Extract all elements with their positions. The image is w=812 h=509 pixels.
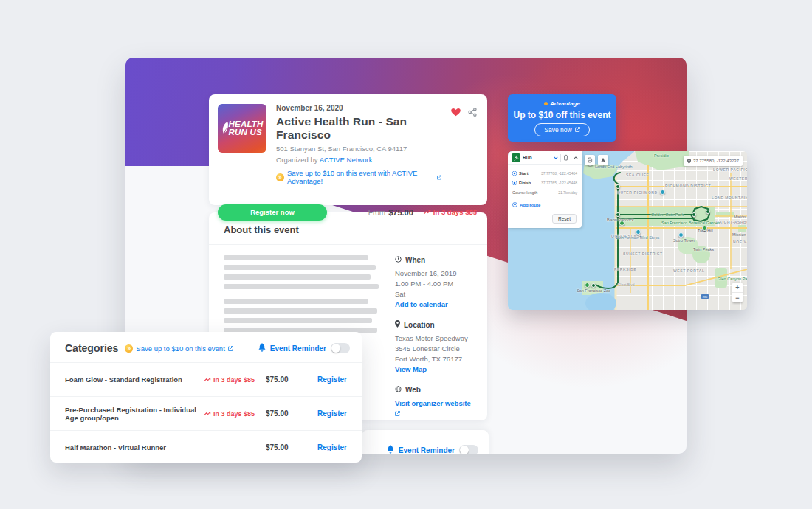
feather-icon: [222, 122, 228, 136]
start-row: Start 37.77768, -122.45404: [512, 168, 577, 178]
promo-headline: Up to $10 off this event: [513, 110, 610, 120]
external-link-icon: [575, 127, 580, 132]
register-link[interactable]: Register: [312, 443, 347, 451]
register-now-button[interactable]: Register now: [218, 204, 327, 221]
categories-card: Categories » Save up to $10 on this even…: [50, 332, 362, 463]
print-map-button[interactable]: [585, 155, 595, 165]
web-section: Web Visit organizer website: [395, 385, 472, 419]
course-length-row: Course length 21.7km/day: [512, 187, 577, 197]
advantage-banner[interactable]: » Save up to $10 on this event with ACTI…: [276, 169, 441, 185]
category-row: Foam Glow - Standard RegistrationIn 3 da…: [50, 363, 362, 396]
event-reminder-label: Event Reminder: [399, 446, 455, 454]
register-link[interactable]: Register: [312, 375, 347, 384]
route-panel: Run Start 37.77768, -122.45404 Finish 37…: [508, 151, 582, 228]
advantage-promo-card: Advantage Up to $10 off this event Save …: [508, 94, 616, 142]
when-section: When November 16, 2019 1:00 PM - 4:00 PM…: [395, 255, 472, 310]
organizer-line: Organized by ACTIVE Network: [276, 156, 441, 164]
add-to-calendar-link[interactable]: Add to calendar: [395, 300, 448, 308]
when-time: 1:00 PM - 4:00 PM: [395, 279, 472, 289]
organizer-website-link[interactable]: Visit organizer website: [395, 399, 471, 418]
category-name: Pre-Purchased Registration - Individual …: [65, 406, 204, 422]
reset-button[interactable]: Reset: [552, 214, 577, 224]
categories-heading: Categories: [65, 342, 118, 354]
location-pin-icon: [395, 320, 400, 330]
finish-row: Finish 37.77765, -122.45448: [512, 178, 577, 187]
price-increase: In 3 days $85: [424, 208, 477, 216]
category-price: $75.00: [266, 409, 312, 418]
coordinates-chip: 37.775580, -122.43237: [684, 156, 743, 166]
view-map-link[interactable]: View Map: [395, 365, 427, 373]
category-name: Foam Glow - Standard Registration: [65, 375, 204, 384]
coin-icon: »: [276, 173, 284, 181]
run-activity-icon: [512, 153, 520, 162]
advantage-brand: Advantage: [544, 100, 580, 107]
location-city: Fort Worth, TX 76177: [395, 354, 472, 364]
pin-icon: [687, 159, 691, 164]
external-link-icon: [437, 175, 441, 180]
price: From $75.00: [368, 208, 413, 217]
location-label: Location: [404, 320, 435, 330]
collapse-panel-icon[interactable]: [574, 156, 578, 160]
external-link-icon: [228, 346, 233, 351]
event-reminder: Event Reminder: [258, 342, 350, 355]
clock-icon: [395, 255, 402, 266]
when-label: When: [405, 255, 425, 266]
add-route-button[interactable]: Add route: [512, 202, 582, 207]
web-label: Web: [405, 385, 421, 395]
globe-icon: [395, 385, 402, 395]
plus-circle-icon: [512, 202, 517, 207]
advantage-link[interactable]: Save up to $10 on this event with ACTIVE…: [287, 169, 434, 185]
event-reminder-bar: Event Reminder: [362, 430, 489, 454]
when-day: Sat: [395, 289, 472, 299]
trend-up-icon: [424, 210, 431, 215]
bell-icon: [387, 443, 394, 454]
activity-select[interactable]: Run: [523, 155, 551, 160]
event-reminder-label: Event Reminder: [270, 344, 326, 353]
save-now-button[interactable]: Save now: [534, 123, 589, 136]
organizer-link[interactable]: ACTIVE Network: [320, 156, 373, 164]
zoom-in-button[interactable]: +: [732, 283, 743, 292]
advantage-logo-icon: [544, 102, 548, 105]
categories-promo-link[interactable]: » Save up to $10 on this event: [125, 344, 233, 353]
navigation-button[interactable]: [598, 155, 608, 165]
category-row: Half Marathon - Virtual Runner$75.00Regi…: [50, 430, 362, 464]
register-link[interactable]: Register: [312, 409, 347, 418]
location-name: Texas Motor Speedway: [395, 333, 472, 344]
price-increase: In 3 days $85: [204, 376, 266, 384]
category-rows: Foam Glow - Standard RegistrationIn 3 da…: [50, 363, 362, 464]
event-title: Active Health Run - San Francisco: [276, 115, 441, 142]
event-summary-card: HEALTHRUN US November 16, 2020 Active He…: [209, 94, 487, 205]
event-reminder-toggle[interactable]: [331, 343, 350, 353]
when-date: November 16, 2019: [395, 269, 472, 279]
start-point-icon: [512, 171, 517, 176]
coin-icon: »: [125, 344, 133, 353]
chevron-down-icon[interactable]: [554, 156, 558, 160]
zoom-out-button[interactable]: −: [732, 293, 743, 302]
trash-icon[interactable]: [563, 154, 568, 162]
svg-text:280: 280: [703, 295, 708, 299]
favorite-heart-icon[interactable]: [451, 106, 461, 120]
category-name: Half Marathon - Virtual Runner: [65, 443, 204, 451]
event-logo: HEALTHRUN US: [218, 104, 266, 153]
trend-up-icon: [204, 377, 211, 382]
finish-point-icon: [512, 181, 517, 185]
event-date: November 16, 2020: [276, 104, 441, 112]
trend-up-icon: [204, 411, 211, 416]
desktop-background: Event Reminder About this event When Nov…: [0, 0, 812, 509]
location-street: 3545 Lonestar Circle: [395, 344, 472, 354]
bell-icon: [258, 342, 266, 355]
map-zoom-control: + −: [732, 283, 743, 302]
price-increase: In 3 days $85: [204, 410, 266, 418]
location-section: Location Texas Motor Speedway 3545 Lones…: [395, 320, 472, 375]
event-address: 501 Stanyan St, San Francisco, CA 94117: [276, 145, 441, 153]
category-price: $75.00: [266, 443, 312, 451]
share-icon[interactable]: [468, 106, 477, 120]
event-reminder-toggle[interactable]: [459, 445, 478, 454]
map-card[interactable]: 280 SEA CLIFFOUTER RICHMONDRICHMOND DIST…: [508, 151, 747, 310]
category-row: Pre-Purchased Registration - Individual …: [50, 396, 362, 430]
category-price: $75.00: [266, 375, 312, 384]
